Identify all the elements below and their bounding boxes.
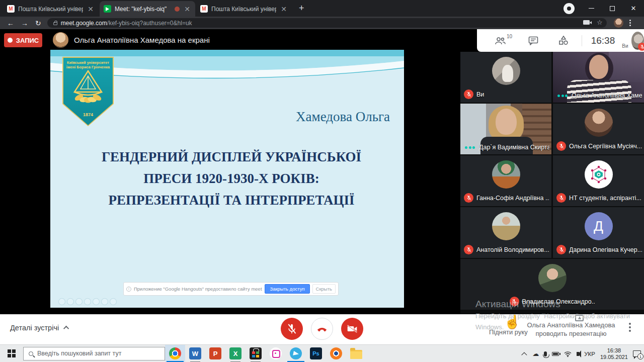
participant-tile[interactable]: Анатолій Володимиров... [460, 207, 551, 258]
forward-icon[interactable]: → [21, 19, 28, 27]
tab-mail-2[interactable]: M Пошта Київський університет і ✕ [196, 1, 292, 17]
mic-muted-icon [464, 193, 473, 203]
meet-content: ЗАПИС Ольга Анатоліївна Хамедова на екра… [0, 29, 644, 314]
participant-name: Дар`я Вадимівна Скирта [479, 144, 549, 151]
recording-label: ЗАПИС [16, 37, 39, 44]
browser-menu-icon[interactable] [629, 20, 631, 26]
url-path: /kef-ybis-oiq?authuser=0&hl=uk [107, 20, 192, 27]
word-icon: W [189, 347, 201, 359]
info-icon: i [126, 287, 131, 292]
reload-icon[interactable]: ↻ [35, 19, 41, 27]
wifi-icon[interactable] [564, 351, 572, 357]
minimize-button[interactable] [581, 0, 602, 17]
mic-muted-icon [464, 89, 473, 99]
presenter-action: проводить презентацію [523, 329, 619, 338]
self-view-avatar[interactable] [631, 32, 644, 50]
stop-sharing-button[interactable]: Закрыть доступ [265, 284, 309, 294]
close-tab-icon[interactable]: ✕ [87, 6, 95, 13]
new-tab-button[interactable]: + [292, 3, 311, 17]
avatar [492, 212, 520, 240]
back-icon[interactable]: ← [7, 19, 14, 27]
speaking-indicator-icon [556, 95, 569, 97]
speaker-icon[interactable] [577, 352, 579, 356]
participant-name: Ганна-Софія Андріївна ... [476, 195, 549, 202]
hide-notice-button[interactable]: Скрыть [312, 284, 336, 294]
taskbar-app-word[interactable]: W [185, 345, 205, 362]
taskbar-search-input[interactable]: Введіть пошуковий запит тут [23, 347, 165, 360]
taskbar-app-chrome[interactable] [165, 345, 185, 362]
avatar [492, 160, 520, 189]
onedrive-cloud-icon[interactable]: ☁ [532, 350, 539, 357]
taskbar-app-photoshop[interactable]: Ps [306, 345, 326, 362]
tray-expand-icon[interactable] [521, 352, 527, 357]
meeting-details-button[interactable]: Деталі зустрічі [10, 324, 69, 332]
chevron-up-icon [63, 326, 69, 331]
taskbar-app-instagram[interactable] [266, 345, 286, 362]
taskbar-app-powerpoint[interactable]: P [205, 345, 225, 362]
taskbar-app-store[interactable] [246, 345, 266, 362]
slide-author: Хамедова Ольга [296, 109, 390, 125]
participant-name: Анатолій Володимиров... [476, 246, 549, 253]
lock-icon [53, 22, 57, 25]
tab-title: Пошта Київський університет і [18, 6, 83, 13]
screen-share-notice: i Приложение "Google Hangouts" предостав… [123, 282, 339, 296]
browser-profile-avatar[interactable] [614, 18, 623, 28]
start-button[interactable] [0, 345, 23, 362]
taskbar-app-excel[interactable]: X [225, 345, 246, 362]
participant-tile[interactable]: Ольга Сергіївна Мусіяч... [553, 104, 644, 154]
notification-center-icon[interactable]: 1 [633, 350, 641, 357]
taskbar-clock[interactable]: 16:38 19.05.2021 [600, 347, 628, 360]
maximize-button[interactable] [602, 0, 623, 17]
participant-tile[interactable]: НТ студентів, аспіранті... [553, 155, 644, 206]
taskbar-app-explorer[interactable] [346, 345, 366, 362]
system-tray: ☁ УКР 16:38 19.05.2021 1 [523, 345, 641, 362]
media-indicator-button[interactable] [564, 3, 575, 14]
chat-icon[interactable] [528, 36, 538, 45]
camera-off-button[interactable] [341, 318, 363, 340]
participant-tile-video[interactable]: Дар`я Вадимівна Скирта [460, 104, 551, 154]
participant-name: НТ студентів, аспіранті... [569, 195, 641, 202]
tab-camera-icon[interactable] [583, 20, 590, 25]
tray-microphone-icon[interactable] [544, 351, 547, 356]
browser-tabstrip: M Пошта Київський університет і ✕ Meet: … [0, 0, 644, 17]
taskbar-app-viewer[interactable] [326, 345, 346, 362]
more-options-icon[interactable] [629, 323, 631, 332]
close-tab-icon[interactable]: ✕ [183, 6, 191, 13]
photoshop-icon: Ps [310, 347, 322, 359]
mute-mic-button[interactable] [281, 318, 303, 340]
meeting-details-label: Деталі зустрічі [10, 324, 59, 332]
close-tab-icon[interactable]: ✕ [280, 6, 288, 13]
participants-panel: Ви Ольга Анатоліївна Хаме... Дар`я Вадим… [460, 52, 644, 314]
speaking-indicator-icon [464, 146, 476, 149]
camera-off-icon [347, 324, 358, 333]
tab-mail-1[interactable]: M Пошта Київський університет і ✕ [3, 1, 99, 17]
powerpoint-icon: P [209, 347, 221, 359]
participants-icon[interactable]: 10 [494, 37, 506, 45]
society-logo-icon [589, 164, 609, 185]
logo-year: 1874 [62, 112, 114, 117]
windows-activation-watermark: Перейдіть до розділу "Настройки", щоб ак… [475, 312, 630, 320]
taskbar-app-telegram[interactable] [286, 345, 306, 362]
participant-tile-self[interactable]: Ви [460, 52, 551, 103]
keyboard-layout[interactable]: УКР [584, 351, 595, 357]
close-window-button[interactable]: ✕ [623, 0, 644, 17]
presenting-banner: Ольга Анатоліївна Хамедова на екрані [74, 36, 210, 44]
activities-icon[interactable] [558, 36, 569, 45]
participant-tile[interactable]: Ганна-Софія Андріївна ... [460, 155, 551, 206]
leave-call-button[interactable] [311, 318, 333, 340]
hand-cursor: ☝ [504, 314, 520, 330]
mic-muted-icon [464, 245, 473, 254]
screen: M Пошта Київський університет і ✕ Meet: … [0, 0, 644, 362]
participant-tile-video[interactable]: Ольга Анатоліївна Хаме... [553, 52, 644, 103]
tab-meet[interactable]: Meet: "kef-ybis-oiq" ✕ [100, 1, 195, 17]
battery-icon[interactable] [552, 352, 559, 356]
bookmark-star-icon[interactable]: ☆ [597, 19, 603, 26]
search-placeholder: Введіть пошуковий запит тут [37, 350, 121, 357]
address-bar[interactable]: meet.google.com /kef-ybis-oiq?authuser=0… [47, 18, 607, 28]
tray-date: 19.05.2021 [600, 354, 628, 360]
file-explorer-icon [350, 350, 362, 359]
participant-tile[interactable]: Д Владислав Олександро... Дарина Олегівн… [553, 207, 644, 258]
participant-name: Ольга Сергіївна Мусіяч... [569, 143, 642, 150]
meet-icon [104, 5, 111, 13]
mic-muted-icon [556, 245, 566, 254]
